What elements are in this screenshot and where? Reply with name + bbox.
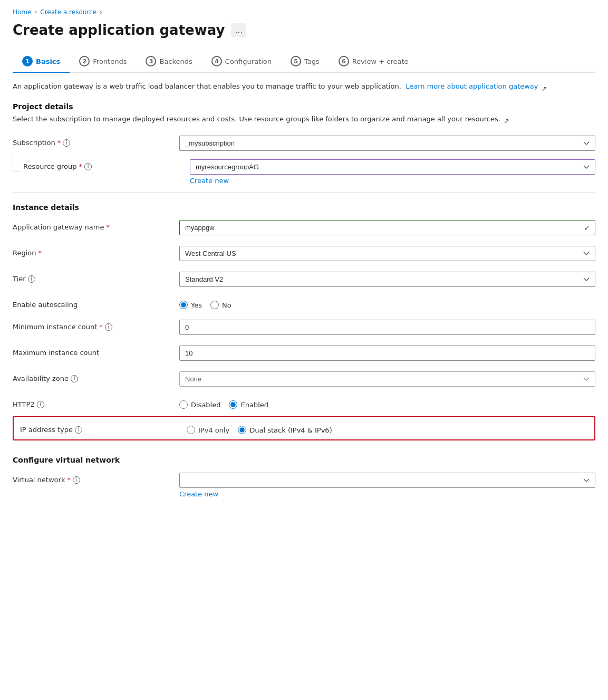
tab-number-frontends: 2 [79,56,90,66]
min-count-row: Minimum instance count * i [13,314,595,340]
autoscaling-yes-radio[interactable] [179,301,188,309]
learn-more-link[interactable]: Learn more about application gateway [406,82,538,90]
max-count-input[interactable] [179,346,595,361]
min-count-input[interactable] [179,320,595,335]
autoscaling-yes-label: Yes [191,301,202,309]
min-count-info-icon[interactable]: i [105,323,112,331]
max-count-label: Maximum instance count [13,346,171,357]
http2-disabled-radio[interactable] [179,400,188,409]
min-count-required: * [99,323,103,331]
avail-zone-label: Availability zone i [13,371,171,382]
tab-tags[interactable]: 5 Tags [281,51,329,73]
tier-label: Tier i [13,272,171,283]
subscription-required: * [57,139,61,147]
vnet-section-title: Configure virtual network [13,456,595,464]
external-link-icon-2: ↗ [504,116,510,122]
valid-checkmark: ✓ [584,224,590,232]
vnet-required: * [67,476,71,484]
rg-info-icon[interactable]: i [84,163,92,170]
ip-type-info-icon[interactable]: i [75,426,82,434]
subscription-info-icon[interactable]: i [63,139,70,147]
avail-zone-row: Availability zone i None [13,366,595,392]
http2-disabled-label: Disabled [191,401,220,409]
gateway-name-label: Application gateway name * [13,220,171,231]
tab-number-backends: 3 [146,56,156,66]
ip-type-row: IP address type i IPv4 only Dual stack (… [13,416,595,440]
tab-number-review: 6 [339,56,349,66]
tier-row: Tier i Standard V2 [13,266,595,292]
dual-stack-radio[interactable] [238,426,246,434]
vnet-select[interactable] [179,473,595,488]
create-new-rg-link[interactable]: Create new [190,177,229,185]
min-count-label: Minimum instance count * i [13,320,171,331]
project-details-desc: Select the subscription to manage deploy… [13,114,595,124]
ipv4-only-radio[interactable] [187,426,195,434]
http2-info-icon[interactable]: i [37,401,44,408]
subscription-input-col: _mysubscription [179,136,595,151]
description-text: An application gateway is a web traffic … [13,82,401,90]
tier-info-icon[interactable]: i [28,275,35,283]
avail-zone-info-icon[interactable]: i [71,375,78,382]
http2-disabled-option[interactable]: Disabled [179,400,220,409]
http2-enabled-option[interactable]: Enabled [229,400,268,409]
tab-basics[interactable]: 1 Basics [13,51,70,73]
region-select[interactable]: West Central US [179,246,595,261]
tab-frontends[interactable]: 2 Frontends [70,51,136,73]
instance-details-title: Instance details [13,203,595,212]
section-divider-2 [13,445,595,445]
rg-required: * [79,162,83,170]
vnet-input-col: Create new [179,473,595,498]
tab-label-backends: Backends [159,57,192,65]
ipv4-only-label: IPv4 only [198,426,229,434]
tab-number-basics: 1 [22,56,33,66]
section-divider-1 [13,192,595,193]
page-title: Create application gateway [13,22,225,38]
autoscaling-input-col: Yes No [179,298,595,309]
autoscaling-no-radio[interactable] [210,301,219,309]
autoscaling-no-option[interactable]: No [210,301,231,309]
breadcrumb-home[interactable]: Home [13,8,31,16]
tab-configuration[interactable]: 4 Configuration [202,51,281,73]
subscription-row: Subscription * i _mysubscription [13,130,595,156]
ip-type-input-col: IPv4 only Dual stack (IPv4 & IPv6) [187,423,588,434]
region-required: * [38,249,42,257]
http2-label: HTTP2 i [13,397,171,408]
dual-stack-label: Dual stack (IPv4 & IPv6) [249,426,332,434]
dual-stack-option[interactable]: Dual stack (IPv4 & IPv6) [238,426,332,434]
resource-group-label-col: Resource group * i [23,159,181,170]
autoscaling-yes-option[interactable]: Yes [179,301,202,309]
tab-review[interactable]: 6 Review + create [329,51,418,73]
autoscaling-no-label: No [222,301,231,309]
gateway-name-input[interactable] [179,220,595,235]
avail-zone-input-col: None [179,371,595,387]
tabs-bar: 1 Basics 2 Frontends 3 Backends 4 Config… [13,51,595,73]
autoscaling-row: Enable autoscaling Yes No [13,292,595,314]
min-count-input-col [179,320,595,335]
max-count-input-col [179,346,595,361]
resource-group-input-col: myresourcegroupAG Create new [190,159,595,185]
subscription-select[interactable]: _mysubscription [179,136,595,151]
create-new-vnet-link[interactable]: Create new [179,490,218,498]
tab-backends[interactable]: 3 Backends [136,51,201,73]
resource-group-select[interactable]: myresourcegroupAG [190,159,595,175]
breadcrumb-sep-1: › [34,8,37,16]
ipv4-only-option[interactable]: IPv4 only [187,426,229,434]
ip-type-label: IP address type i [20,423,178,434]
tier-select[interactable]: Standard V2 [179,272,595,287]
gateway-name-wrapper: ✓ [179,220,595,235]
vnet-info-icon[interactable]: i [73,476,80,484]
tab-label-configuration: Configuration [225,57,272,65]
avail-zone-select[interactable]: None [179,371,595,387]
tier-input-col: Standard V2 [179,272,595,287]
basics-description: An application gateway is a web traffic … [13,81,595,92]
ellipsis-button[interactable]: ... [231,23,246,37]
http2-enabled-radio[interactable] [229,400,237,409]
autoscaling-label: Enable autoscaling [13,298,171,309]
breadcrumb-create-resource[interactable]: Create a resource [40,8,96,16]
http2-row: HTTP2 i Disabled Enabled [13,392,595,414]
tab-label-review: Review + create [352,57,409,65]
tab-label-frontends: Frontends [93,57,127,65]
region-input-col: West Central US [179,246,595,261]
page-title-row: Create application gateway ... [13,22,595,38]
project-details-title: Project details [13,102,595,111]
